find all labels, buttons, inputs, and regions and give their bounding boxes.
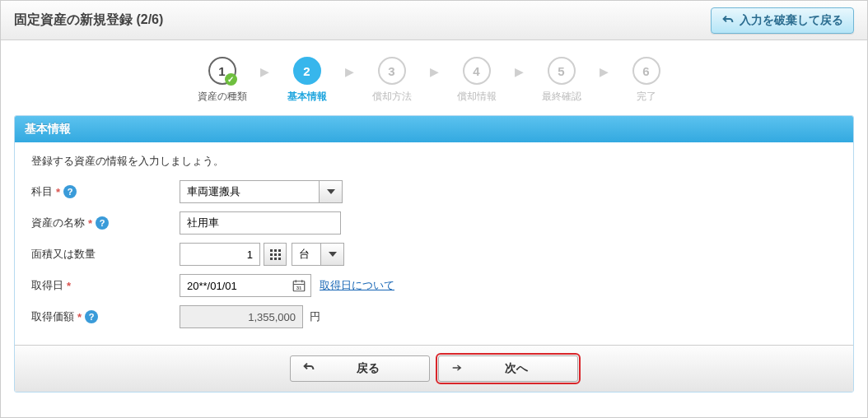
step-5: 5最終確認 xyxy=(535,57,588,104)
panel-basic-info: 基本情報 登録する資産の情報を入力しましょう。 科目 * ? 車両運搬具 資産の… xyxy=(14,115,854,392)
asset-name-input[interactable] xyxy=(180,211,341,235)
chevron-down-icon xyxy=(327,189,335,194)
step-label: 完了 xyxy=(637,90,656,104)
step-circle: 4 xyxy=(463,57,491,85)
step-4: 4償却情報 xyxy=(450,57,503,104)
required-mark: * xyxy=(56,186,60,198)
back-button[interactable]: 戻る xyxy=(290,355,430,382)
price-unit: 円 xyxy=(310,309,320,324)
help-icon[interactable]: ? xyxy=(85,310,98,323)
label-acquisition-price: 取得価額 * ? xyxy=(31,309,180,324)
discard-label: 入力を破棄して戻る xyxy=(740,13,843,28)
help-icon[interactable]: ? xyxy=(63,185,77,198)
calculator-icon xyxy=(270,249,281,260)
return-icon xyxy=(721,14,735,27)
top-bar: 固定資産の新規登録 (2/6) 入力を破棄して戻る xyxy=(1,1,867,40)
step-label: 償却情報 xyxy=(457,90,497,104)
required-mark: * xyxy=(67,280,71,292)
step-circle: 3 xyxy=(378,57,406,85)
step-separator: ▶ xyxy=(430,65,439,78)
row-asset-name: 資産の名称 * ? xyxy=(31,211,837,235)
quantity-input[interactable] xyxy=(180,243,260,266)
check-icon: ✓ xyxy=(225,73,237,86)
required-mark: * xyxy=(88,217,92,230)
row-category: 科目 * ? 車両運搬具 xyxy=(31,180,837,203)
next-button[interactable]: 次へ xyxy=(438,355,578,382)
step-label: 最終確認 xyxy=(542,90,581,104)
step-3: 3償却方法 xyxy=(366,57,418,104)
required-mark: * xyxy=(77,311,82,323)
step-separator: ▶ xyxy=(600,65,609,78)
step-circle: 1✓ xyxy=(208,57,236,85)
svg-text:31: 31 xyxy=(296,286,302,290)
label-asset-name: 資産の名称 * ? xyxy=(31,216,180,230)
category-select[interactable]: 車両運搬具 xyxy=(180,180,320,203)
step-label: 基本情報 xyxy=(287,90,327,104)
chevron-down-icon xyxy=(329,252,337,257)
about-acquisition-date-link[interactable]: 取得日について xyxy=(320,278,394,293)
page-title: 固定資産の新規登録 (2/6) xyxy=(14,12,163,29)
discard-button[interactable]: 入力を破棄して戻る xyxy=(711,7,854,34)
step-2: 2基本情報 xyxy=(281,57,334,104)
step-label: 償却方法 xyxy=(372,90,412,104)
label-quantity: 面積又は数量 xyxy=(31,247,180,262)
footer-bar: 戻る 次へ xyxy=(15,345,853,392)
step-separator: ▶ xyxy=(345,65,354,78)
step-separator: ▶ xyxy=(515,65,524,78)
row-acquisition-price: 取得価額 * ? 円 xyxy=(31,305,837,328)
row-acquisition-date: 取得日 * 31 取得日について xyxy=(31,274,837,297)
label-category: 科目 * ? xyxy=(31,184,180,199)
unit-select[interactable]: 台 xyxy=(292,243,321,266)
panel-header: 基本情報 xyxy=(15,116,853,142)
row-quantity: 面積又は数量 台 xyxy=(31,243,837,266)
step-circle: 6 xyxy=(632,57,660,85)
calendar-icon[interactable]: 31 xyxy=(292,278,306,293)
label-acquisition-date: 取得日 * xyxy=(31,278,180,293)
step-1: 1✓資産の種類 xyxy=(196,57,249,104)
arrow-right-icon xyxy=(449,361,465,377)
unit-dropdown-button[interactable] xyxy=(321,243,344,266)
acquisition-price-input[interactable] xyxy=(180,305,303,328)
stepper: 1✓資産の種類▶2基本情報▶3償却方法▶4償却情報▶5最終確認▶6完了 xyxy=(1,40,867,115)
calculator-button[interactable] xyxy=(264,243,287,266)
step-circle: 5 xyxy=(548,57,576,85)
category-dropdown-button[interactable] xyxy=(320,180,343,203)
step-circle: 2 xyxy=(293,57,321,85)
panel-body: 登録する資産の情報を入力しましょう。 科目 * ? 車両運搬具 資産の名称 * … xyxy=(15,142,853,345)
step-label: 資産の種類 xyxy=(198,90,247,104)
return-icon xyxy=(301,361,317,377)
step-6: 6完了 xyxy=(620,57,673,104)
panel-intro: 登録する資産の情報を入力しましょう。 xyxy=(31,154,837,169)
step-separator: ▶ xyxy=(260,65,269,78)
help-icon[interactable]: ? xyxy=(96,216,109,230)
